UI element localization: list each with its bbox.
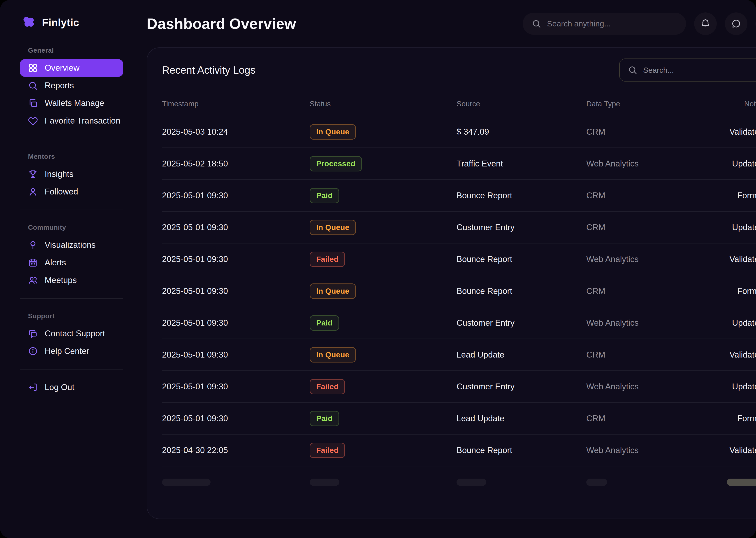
cell-source: Customer Entry [456,318,586,328]
col-header-timestamp: Timestamp [162,100,309,108]
sidebar-item-label: Visualizations [45,240,96,250]
card-title: Recent Activity Logs [162,64,256,76]
cell-source: Bounce Report [456,286,586,296]
cell-status: In Queue [309,347,456,362]
sidebar-section-label: Support [28,312,126,320]
sidebar-divider [20,139,123,139]
cell-notes: Format [737,414,756,423]
cell-timestamp: 2025-05-01 09:30 [162,318,309,328]
users-icon [28,275,38,285]
cell-notes: Updated [732,318,756,328]
sidebar-item-wallets-manage[interactable]: Wallets Manage [20,94,123,112]
sidebar-item-label: Help Center [45,347,89,356]
sidebar-item-label: Reports [45,81,74,90]
cell-notes: Format [737,286,756,296]
sidebar-divider [20,298,123,298]
sidebar-item-followed[interactable]: Followed [20,183,123,200]
cell-data-type: CRM [586,350,727,359]
sidebar-item-label: Wallets Manage [45,98,104,108]
copy-icon [28,98,38,108]
cell-notes: Updated [732,382,756,392]
cell-status: Failed [309,379,456,394]
notifications-button[interactable] [694,12,717,35]
cell-timestamp: 2025-05-03 10:24 [162,127,309,136]
cell-source: Bounce Report [456,254,586,264]
grid-icon [28,63,38,73]
cell-source: $ 347.09 [456,127,586,136]
sidebar-item-log-out[interactable]: Log Out [20,379,123,396]
cell-timestamp: 2025-04-30 22:05 [162,446,309,455]
topbar: Dashboard Overview [147,0,756,47]
cell-notes: Updated [732,159,756,169]
col-header-data-type: Data Type [586,100,727,108]
chat-icon [731,19,741,29]
heart-icon [28,116,38,126]
status-badge: Paid [309,188,339,203]
cell-data-type: Web Analytics [586,382,727,392]
sidebar-item-meetups[interactable]: Meetups [20,271,123,289]
status-badge: In Queue [309,220,356,235]
cell-status: Processed [309,156,456,171]
sidebar-item-overview[interactable]: Overview [20,59,123,77]
table-row: 2025-05-01 09:30PaidCustomer EntryWeb An… [162,307,756,339]
status-badge: In Queue [309,124,356,139]
app-title: Finlytic [42,17,79,29]
sidebar-item-favorite-transaction[interactable]: Favorite Transaction [20,112,123,130]
cell-data-type: Web Analytics [586,159,727,169]
cell-data-type: CRM [586,223,727,232]
cell-notes: Format [737,191,756,200]
cell-timestamp: 2025-05-02 18:50 [162,159,309,169]
col-header-status: Status [309,100,456,108]
cell-source: Lead Update [456,350,586,359]
table-row: 2025-05-01 09:30In QueueCustomer EntryCR… [162,212,756,243]
cell-data-type: CRM [586,414,727,423]
cell-timestamp: 2025-05-01 09:30 [162,286,309,296]
search-icon [28,81,38,90]
cell-source: Traffic Event [456,159,586,169]
col-header-source: Source [456,100,586,108]
cell-data-type: CRM [586,191,727,200]
sidebar-item-contact-support[interactable]: Contact Support [20,325,123,343]
app-window: Finlytic GeneralOverviewReportsWallets M… [0,0,756,538]
table-search-input[interactable] [643,66,755,75]
table-row: 2025-05-01 09:30In QueueLead UpdateCRMVa… [162,339,756,371]
table-row: 2025-05-03 10:24In Queue$ 347.09CRMValid… [162,116,756,148]
global-search-input[interactable] [546,19,677,28]
table-row: 2025-05-01 09:30In QueueBounce ReportCRM… [162,275,756,307]
messages-button[interactable] [725,12,747,35]
cell-source: Lead Update [456,414,586,423]
sidebar-divider [20,369,123,369]
cell-source: Customer Entry [456,223,586,232]
sidebar-item-help-center[interactable]: Help Center [20,343,123,360]
table-header-row: Timestamp Status Source Data Type Notes [162,92,756,116]
cell-status: Paid [309,411,456,426]
trophy-icon [28,169,38,179]
main-area: Dashboard Overview [126,0,756,538]
table-row: 2025-05-01 09:30PaidBounce ReportCRMForm… [162,180,756,212]
sidebar-item-label: Favorite Transaction [45,116,120,126]
global-search[interactable] [523,13,686,35]
sidebar-item-label: Alerts [45,258,66,267]
table-search[interactable] [619,59,756,81]
sidebar-divider [20,210,123,210]
cell-timestamp: 2025-05-01 09:30 [162,350,309,359]
sidebar-item-alerts[interactable]: Alerts [20,254,123,271]
search-icon [628,65,637,75]
status-badge: Processed [309,156,362,171]
table-row: 2025-05-01 09:30FailedCustomer EntryWeb … [162,371,756,403]
bell-icon [700,19,711,29]
status-badge: Failed [309,443,345,458]
loading-skeleton-row [162,466,756,498]
cell-status: Failed [309,443,456,458]
table-row: 2025-05-02 18:50ProcessedTraffic EventWe… [162,148,756,180]
sidebar-item-reports[interactable]: Reports [20,77,123,94]
sidebar-item-label: Meetups [45,276,77,285]
cell-timestamp: 2025-05-01 09:30 [162,254,309,264]
sidebar-item-visualizations[interactable]: Visualizations [20,236,123,254]
app-logo: Finlytic [22,15,126,31]
sidebar-item-insights[interactable]: Insights [20,165,123,183]
cell-status: In Queue [309,220,456,235]
cell-status: In Queue [309,284,456,299]
status-badge: Failed [309,252,345,267]
card-header: Recent Activity Logs [162,48,756,92]
